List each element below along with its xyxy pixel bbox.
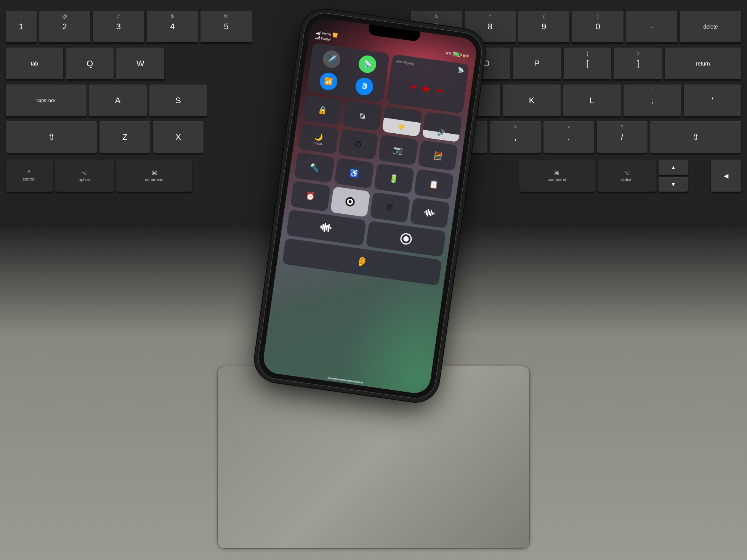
- key-x[interactable]: X: [153, 121, 204, 154]
- key-quote[interactable]: " ': [684, 85, 741, 117]
- wifi-btn[interactable]: 📶: [319, 71, 338, 91]
- key-shift-right[interactable]: ⇧: [650, 121, 741, 154]
- battery-area: 94% 🔒⚙: [444, 51, 470, 58]
- key-p[interactable]: P: [513, 48, 561, 80]
- svg-rect-11: [322, 224, 324, 230]
- lr-arrow-area: [691, 160, 708, 192]
- bluetooth-btn[interactable]: 𝔹: [354, 76, 374, 96]
- key-a[interactable]: A: [89, 85, 147, 117]
- focus-btn[interactable]: 🌙 Focus: [298, 123, 338, 154]
- key-3[interactable]: # 3: [93, 11, 144, 43]
- battery-icon: [452, 52, 460, 57]
- timer-btn[interactable]: ⏱: [338, 129, 378, 160]
- key-k[interactable]: K: [503, 85, 560, 117]
- key-comma[interactable]: < ,: [490, 121, 541, 154]
- svg-rect-14: [327, 224, 330, 232]
- key-s[interactable]: S: [149, 85, 207, 117]
- key-5[interactable]: % 5: [200, 11, 252, 43]
- airplane-btn[interactable]: ✈️: [322, 49, 341, 69]
- trackpad[interactable]: [217, 366, 530, 549]
- wifi-icon: 🛜: [332, 32, 338, 38]
- volume-icon: 🔊: [437, 128, 445, 137]
- key-0[interactable]: ) 0: [572, 11, 623, 43]
- key-delete[interactable]: delete: [680, 11, 741, 43]
- key-w[interactable]: W: [116, 48, 164, 80]
- status-icons: 🔒⚙: [462, 53, 469, 58]
- signal-bars-2: [315, 36, 320, 40]
- sound-recognition-btn[interactable]: [410, 198, 450, 229]
- brightness-slider[interactable]: ☀️: [382, 106, 422, 137]
- orientation-lock-btn[interactable]: 🔒: [302, 95, 343, 126]
- key-l[interactable]: L: [563, 85, 621, 117]
- screen-mirror-btn[interactable]: ⧉: [342, 100, 383, 131]
- svg-rect-9: [433, 213, 435, 214]
- key-return[interactable]: return: [665, 48, 741, 80]
- brightness-icon: ☀️: [397, 123, 406, 131]
- key-semicolon[interactable]: : ;: [624, 85, 681, 117]
- play-btn[interactable]: ▶: [423, 83, 431, 94]
- connectivity-block: ✈️ 📡 📶 𝔹: [306, 43, 390, 102]
- key-2[interactable]: @ 2: [39, 11, 90, 43]
- key-option-right[interactable]: ⌥ option: [598, 160, 656, 192]
- hotspot-btn[interactable]: 📡: [358, 54, 378, 74]
- svg-rect-3: [424, 211, 426, 213]
- bluetooth-btn-wrap[interactable]: 𝔹: [347, 75, 382, 98]
- key-up[interactable]: ▲: [659, 160, 688, 176]
- control-center: ✈️ 📡 📶 𝔹: [268, 43, 470, 386]
- volume-slider[interactable]: 🔊: [422, 112, 462, 142]
- key-4[interactable]: $ 4: [147, 11, 198, 43]
- key-q[interactable]: Q: [66, 48, 114, 80]
- key-control[interactable]: ^ control: [6, 160, 53, 192]
- svg-rect-13: [325, 225, 328, 230]
- key-caps[interactable]: caps lock: [6, 85, 87, 117]
- key-command-left[interactable]: ⌘ command: [116, 160, 192, 192]
- stopwatch-btn[interactable]: ⏱: [370, 192, 410, 223]
- accessibility-shortcut-btn[interactable]: ♿: [334, 158, 374, 189]
- key-bracket-open[interactable]: { [: [564, 48, 612, 80]
- carrier-2-name: Wintel: [321, 36, 331, 41]
- key-z[interactable]: Z: [99, 121, 150, 154]
- key-command-right[interactable]: ⌘ command: [519, 160, 595, 192]
- camera-btn[interactable]: 📷: [378, 134, 418, 165]
- key-9[interactable]: ( 9: [518, 11, 569, 43]
- key-down[interactable]: ▼: [659, 177, 688, 193]
- flashlight-btn[interactable]: 🔦: [294, 152, 335, 183]
- svg-rect-15: [329, 227, 331, 229]
- key-right-arrow[interactable]: ◀: [711, 160, 741, 192]
- media-block: Not Playing 📡 ⏮ ▶ ⏭: [386, 54, 470, 114]
- next-btn[interactable]: ⏭: [437, 86, 445, 94]
- key-bracket-close[interactable]: } ]: [614, 48, 662, 80]
- focus-label: Focus: [313, 141, 322, 146]
- svg-rect-8: [432, 212, 433, 215]
- key-option-left[interactable]: ⌥ option: [55, 160, 114, 192]
- svg-rect-10: [320, 225, 322, 228]
- low-power-btn[interactable]: 🔋: [374, 163, 414, 194]
- calculator-btn[interactable]: 🧮: [418, 140, 458, 171]
- key-shift-left[interactable]: ⇧: [6, 121, 97, 154]
- battery-fill: [454, 53, 459, 56]
- arrow-key-area: ▲ ▼: [659, 160, 688, 192]
- airplane-btn-wrap[interactable]: ✈️: [314, 48, 349, 70]
- key-slash[interactable]: ? /: [597, 121, 648, 154]
- svg-rect-4: [426, 210, 428, 215]
- alarm-btn[interactable]: ⏰: [290, 181, 330, 212]
- notes-btn[interactable]: 📋: [414, 169, 454, 200]
- svg-rect-6: [429, 211, 431, 215]
- key-tab[interactable]: tab: [6, 48, 63, 80]
- signal-bars-1: [316, 30, 321, 34]
- svg-rect-12: [323, 223, 326, 232]
- battery-percent: 94%: [444, 51, 452, 55]
- magnifier-btn[interactable]: [330, 186, 370, 217]
- key-control[interactable]: ! 1: [6, 11, 37, 43]
- moon-icon: 🌙: [314, 132, 324, 142]
- key-period[interactable]: > .: [543, 121, 594, 154]
- hotspot-btn-wrap[interactable]: 📡: [350, 53, 385, 75]
- key-minus[interactable]: _ -: [626, 11, 677, 43]
- prev-btn[interactable]: ⏮: [409, 82, 417, 91]
- wifi-btn-wrap[interactable]: 📶: [311, 70, 346, 92]
- carrier-1-name: Viettel: [322, 31, 332, 36]
